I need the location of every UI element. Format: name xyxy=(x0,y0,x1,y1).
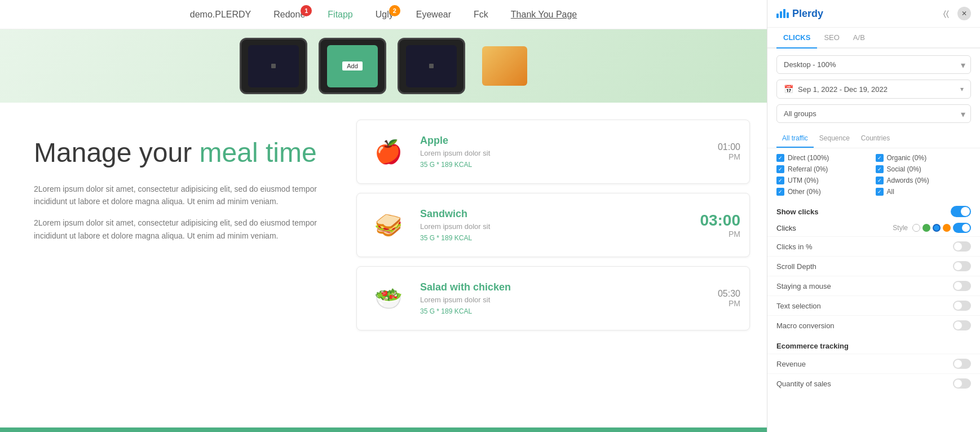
hero-section: Add xyxy=(0,29,767,103)
food-time-apple: 01:00 PM xyxy=(718,142,740,161)
toggle-row-macro-conversion: Macro conversion xyxy=(767,315,980,335)
check-adwords[interactable]: Adwords (0%) xyxy=(876,177,972,184)
nav-item-fck[interactable]: Fck xyxy=(474,10,488,20)
date-arrow-icon: ▾ xyxy=(960,85,964,93)
show-clicks-toggle[interactable] xyxy=(951,206,971,217)
food-info-salad: Salad with chicken Lorem ipsum dolor sit… xyxy=(420,281,709,315)
check-utm[interactable]: UTM (0%) xyxy=(776,177,872,184)
panel-tabs: CLICKS SEO A/B xyxy=(767,28,980,49)
food-info-apple: Apple Lorem ipsum dolor sit 35 G * 189 K… xyxy=(420,135,709,169)
toggle-macro-conversion[interactable] xyxy=(953,320,971,330)
toggle-row-quantity-sales: Quantity of sales xyxy=(767,373,980,393)
toggle-knob-scroll-depth xyxy=(954,262,962,270)
toggle-text-selection[interactable] xyxy=(953,301,971,311)
tab-ab[interactable]: A/B xyxy=(846,28,872,49)
toggle-knob-quantity-sales xyxy=(954,380,962,387)
toggle-label-quantity-sales: Quantity of sales xyxy=(776,380,831,388)
clicks-label: Clicks xyxy=(776,224,796,232)
check-box-adwords xyxy=(876,177,884,184)
style-dot-green[interactable] xyxy=(922,224,930,232)
food-desc-salad: Lorem ipsum dolor sit xyxy=(420,296,709,304)
panel-controls: Desktop - 100% Mobile - 0% ▾ 📅 Sep 1, 20… xyxy=(767,49,980,130)
toggle-row-scroll-depth: Scroll Depth xyxy=(767,256,980,276)
phone-center: Add xyxy=(319,38,386,94)
toggle-label-clicks-percent: Clicks in % xyxy=(776,243,813,251)
traffic-tab-countries[interactable]: Countries xyxy=(855,130,895,148)
food-card-apple[interactable]: 🍎 Apple Lorem ipsum dolor sit 35 G * 189… xyxy=(356,120,750,184)
bottom-bar xyxy=(0,427,767,432)
style-dot-blue[interactable] xyxy=(933,224,941,232)
check-direct[interactable]: Direct (100%) xyxy=(776,154,872,162)
food-time-value-sandwich: 03:00 xyxy=(700,211,740,230)
phone-screen-right xyxy=(406,45,457,87)
panel-header-actions: 〈〈 ✕ xyxy=(939,7,971,20)
toggle-clicks-percent[interactable] xyxy=(953,241,971,252)
check-all[interactable]: All xyxy=(876,188,972,196)
food-card-sandwich[interactable]: 🥪 Sandwich Lorem ipsum dolor sit 35 G * … xyxy=(356,193,750,257)
toggle-knob-clicks-percent xyxy=(954,243,962,250)
food-img-apple: 🍎 xyxy=(366,129,411,174)
toggle-label-macro-conversion: Macro conversion xyxy=(776,321,835,330)
tab-clicks[interactable]: CLICKS xyxy=(776,28,817,49)
food-card-salad[interactable]: 🥗 Salad with chicken Lorem ipsum dolor s… xyxy=(356,266,750,330)
groups-select-wrapper: All groups ▾ xyxy=(776,104,971,123)
phone-right xyxy=(398,38,465,94)
food-time-sandwich: 03:00 PM xyxy=(700,211,740,239)
traffic-tab-all[interactable]: All traffic xyxy=(776,130,814,148)
toggle-quantity-sales[interactable] xyxy=(953,378,971,389)
phone-screen-left xyxy=(248,45,299,87)
plerdy-bar-3 xyxy=(783,9,785,18)
phone-screen-icon-right xyxy=(429,64,434,68)
food-desc-sandwich: Lorem ipsum dolor sit xyxy=(420,222,691,231)
nav-item-demo-plerdy[interactable]: demo.PLERDY xyxy=(190,10,251,20)
plerdy-bar-1 xyxy=(776,14,779,18)
check-organic[interactable]: Organic (0%) xyxy=(876,154,972,162)
show-clicks-section: Show clicks xyxy=(767,201,980,219)
panel-collapse-button[interactable]: 〈〈 xyxy=(939,7,953,20)
date-range-row[interactable]: 📅 Sep 1, 2022 - Dec 19, 2022 ▾ xyxy=(776,80,971,99)
plerdy-bars-icon xyxy=(776,9,789,18)
food-name-salad: Salad with chicken xyxy=(420,281,709,293)
nav-item-redone[interactable]: Redone 1 xyxy=(273,10,305,20)
nav-item-ugly[interactable]: Ugly 2 xyxy=(376,10,394,20)
food-desc-apple: Lorem ipsum dolor sit xyxy=(420,149,709,157)
calendar-icon: 📅 xyxy=(784,85,793,94)
style-dot-empty[interactable] xyxy=(912,224,920,232)
clicks-main-toggle[interactable] xyxy=(953,223,971,233)
toggle-scroll-depth[interactable] xyxy=(953,261,971,271)
left-section: Manage your meal time 2Lorem ipsum dolor… xyxy=(0,103,345,432)
toggle-label-scroll-depth: Scroll Depth xyxy=(776,262,816,271)
food-stats-sandwich: 35 G * 189 KCAL xyxy=(420,234,691,242)
food-time-value-salad: 05:30 xyxy=(718,289,740,299)
nav-item-fitapp[interactable]: Fitapp xyxy=(328,10,352,20)
traffic-tab-sequence[interactable]: Sequence xyxy=(814,130,855,148)
style-dot-orange[interactable] xyxy=(943,224,951,232)
check-referral[interactable]: Referral (0%) xyxy=(776,165,872,173)
traffic-tabs: All traffic Sequence Countries xyxy=(767,130,980,148)
toggle-label-staying-mouse: Staying a mouse xyxy=(776,282,831,290)
food-img-salad: 🥗 xyxy=(366,276,411,321)
toggle-knob-text-selection xyxy=(954,302,962,310)
nav-item-eyewear[interactable]: Eyewear xyxy=(416,10,451,20)
device-select-wrapper: Desktop - 100% Mobile - 0% ▾ xyxy=(776,55,971,74)
food-ampm-apple: PM xyxy=(718,152,740,161)
check-box-direct xyxy=(776,154,784,162)
device-select[interactable]: Desktop - 100% Mobile - 0% xyxy=(776,55,971,74)
groups-select[interactable]: All groups xyxy=(776,104,971,123)
check-box-referral xyxy=(776,165,784,173)
food-ampm-salad: PM xyxy=(718,299,740,308)
show-clicks-label: Show clicks xyxy=(776,208,818,216)
phone-screen-center: Add xyxy=(327,45,378,87)
check-other[interactable]: Other (0%) xyxy=(776,188,872,196)
toggle-staying-mouse[interactable] xyxy=(953,281,971,291)
add-button[interactable]: Add xyxy=(342,61,363,70)
check-social[interactable]: Social (0%) xyxy=(876,165,972,173)
food-img-sandwich: 🥪 xyxy=(366,202,411,248)
food-stats-apple: 35 G * 189 KCAL xyxy=(420,161,709,169)
phone-screen-icon xyxy=(271,64,276,68)
tab-seo[interactable]: SEO xyxy=(817,28,846,49)
clicks-style-row: Clicks Style xyxy=(767,219,980,236)
toggle-revenue[interactable] xyxy=(953,359,971,369)
nav-item-thank-you-page[interactable]: Thank You Page xyxy=(511,10,577,20)
panel-close-button[interactable]: ✕ xyxy=(957,7,971,20)
